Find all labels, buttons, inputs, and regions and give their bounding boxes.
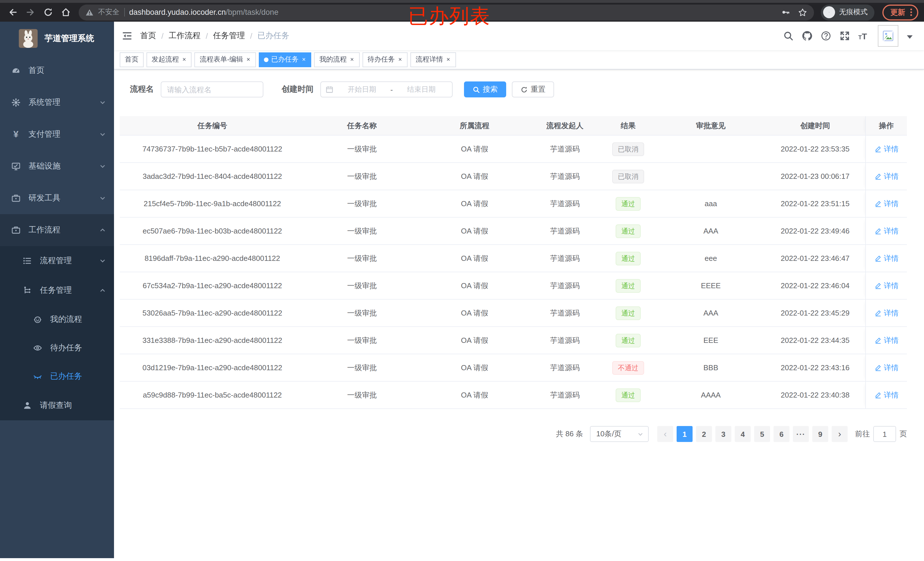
page-button-5[interactable]: 5	[754, 426, 770, 442]
breadcrumb-task-mgmt[interactable]: 任务管理	[213, 31, 245, 41]
result-cell: 通过	[600, 306, 657, 320]
collapse-sidebar-icon[interactable]	[122, 31, 132, 41]
not-secure-label[interactable]: 不安全	[98, 7, 119, 17]
browser-reload-icon[interactable]	[44, 7, 53, 17]
starter-cell: 芋道源码	[530, 226, 600, 236]
page-button-6[interactable]: 6	[774, 426, 789, 442]
browser-home-icon[interactable]	[61, 7, 70, 17]
tab-待办任务[interactable]: 待办任务×	[363, 52, 408, 67]
key-icon[interactable]	[782, 8, 790, 16]
detail-link[interactable]: 详情	[874, 171, 898, 181]
task-id-cell: 3adac3d2-7b9d-11ec-8404-acde48001122	[120, 172, 305, 181]
sidebar-item-system[interactable]: 系统管理	[0, 87, 114, 118]
sidebar-item-pay[interactable]: ¥ 支付管理	[0, 118, 114, 150]
breadcrumb-home[interactable]: 首页	[140, 31, 156, 41]
page-ellipsis[interactable]: ···	[793, 426, 809, 442]
browser-back-icon[interactable]	[8, 7, 18, 17]
actions-cell: 详情	[865, 354, 907, 381]
bookmark-star-icon[interactable]	[798, 8, 807, 17]
detail-link[interactable]: 详情	[874, 226, 898, 236]
table-row: a59c9d88-7b99-11ec-ba5c-acde48001122一级审批…	[120, 381, 907, 409]
browser-forward-icon[interactable]	[26, 7, 35, 17]
task-name-cell: 一级审批	[305, 308, 419, 318]
process-name-input[interactable]	[167, 85, 257, 94]
comment-cell: aaa	[657, 199, 765, 208]
close-tab-icon[interactable]: ×	[182, 56, 187, 63]
tab-我的流程[interactable]: 我的流程×	[314, 52, 360, 67]
search-button[interactable]: 搜索	[464, 81, 506, 97]
sidebar-item-my-process[interactable]: 我的流程	[0, 305, 114, 334]
page-size-select[interactable]: 10条/页	[590, 426, 649, 442]
github-icon[interactable]	[802, 31, 812, 41]
browser-menu-icon[interactable]	[910, 9, 912, 16]
page-button-1[interactable]: 1	[676, 426, 693, 442]
sidebar-item-todo-task[interactable]: 待办任务	[0, 334, 114, 362]
status-badge: 已取消	[612, 169, 644, 183]
close-tab-icon[interactable]: ×	[398, 56, 403, 63]
page-button-2[interactable]: 2	[696, 426, 712, 442]
search-icon[interactable]	[783, 31, 793, 41]
detail-link[interactable]: 详情	[874, 335, 898, 346]
close-tab-icon[interactable]: ×	[302, 56, 306, 63]
tab-label: 流程详情	[416, 55, 443, 64]
prev-page-button[interactable]: ‹	[657, 426, 673, 442]
start-date-placeholder[interactable]: 开始日期	[336, 85, 388, 94]
page-button-3[interactable]: 3	[716, 426, 731, 442]
chevron-down-icon[interactable]	[907, 35, 913, 39]
detail-link[interactable]: 详情	[874, 362, 898, 373]
sidebar-item-home[interactable]: 首页	[0, 55, 114, 87]
end-date-placeholder[interactable]: 结束日期	[395, 85, 447, 94]
table-row: 331e3388-7b9a-11ec-a290-acde48001122一级审批…	[120, 327, 907, 354]
tab-已办任务[interactable]: 已办任务×	[259, 52, 312, 67]
actions-cell: 详情	[865, 381, 907, 408]
detail-link[interactable]: 详情	[874, 280, 898, 291]
reset-button[interactable]: 重置	[512, 81, 554, 97]
comment-cell: AAA	[657, 227, 765, 235]
tab-流程表单-编辑[interactable]: 流程表单-编辑×	[195, 52, 256, 67]
close-tab-icon[interactable]: ×	[246, 56, 251, 63]
breadcrumb-workflow[interactable]: 工作流程	[169, 31, 201, 41]
chevron-down-icon	[99, 257, 106, 264]
fullscreen-icon[interactable]	[839, 31, 850, 41]
sidebar-item-leave-query[interactable]: 请假查询	[0, 391, 114, 420]
process-cell: OA 请假	[419, 390, 530, 400]
starter-cell: 芋道源码	[530, 335, 600, 346]
robot-face-icon	[33, 315, 42, 324]
task-id-cell: 03d1219e-7b9a-11ec-a290-acde48001122	[120, 364, 305, 372]
date-range-picker[interactable]: 开始日期 - 结束日期	[320, 81, 453, 97]
actions-cell: 详情	[865, 218, 907, 244]
page-button-9[interactable]: 9	[812, 426, 828, 442]
detail-link[interactable]: 详情	[874, 199, 898, 209]
sidebar-item-task-mgmt[interactable]: 任务管理	[0, 276, 114, 305]
page-button-4[interactable]: 4	[735, 426, 751, 442]
update-label: 更新	[890, 7, 905, 17]
sidebar-item-workflow[interactable]: 工作流程	[0, 214, 114, 246]
sidebar-item-done-task[interactable]: 已办任务	[0, 362, 114, 391]
close-tab-icon[interactable]: ×	[350, 56, 354, 63]
logo-row[interactable]: 芋道管理系统	[0, 22, 114, 55]
task-id-cell: ec507ae6-7b9a-11ec-b03b-acde48001122	[120, 227, 305, 235]
actions-cell: 详情	[865, 163, 907, 190]
tags-bar: 首页发起流程×流程表单-编辑×已办任务×我的流程×待办任务×流程详情×	[114, 50, 924, 69]
sidebar-item-infra[interactable]: 基础设施	[0, 150, 114, 182]
task-id-cell: 331e3388-7b9a-11ec-a290-acde48001122	[120, 336, 305, 344]
browser-update-button[interactable]: 更新	[882, 4, 918, 20]
sidebar-item-dev[interactable]: 研发工具	[0, 182, 114, 214]
goto-suffix: 页	[900, 429, 907, 439]
detail-link[interactable]: 详情	[874, 253, 898, 263]
goto-page-input[interactable]	[873, 426, 896, 442]
create-time-cell: 2022-01-23 00:06:17	[765, 172, 865, 181]
tab-流程详情[interactable]: 流程详情×	[410, 52, 456, 67]
detail-link[interactable]: 详情	[874, 308, 898, 318]
next-page-button[interactable]: ›	[832, 426, 848, 442]
sidebar-item-process-mgmt[interactable]: 流程管理	[0, 246, 114, 276]
font-size-icon[interactable]: TT	[858, 31, 867, 40]
detail-link[interactable]: 详情	[874, 390, 898, 400]
tab-首页[interactable]: 首页	[120, 52, 144, 67]
tab-发起流程[interactable]: 发起流程×	[147, 52, 192, 67]
help-icon[interactable]	[820, 31, 831, 41]
avatar[interactable]	[878, 25, 898, 47]
chevron-down-icon	[99, 195, 106, 202]
detail-link[interactable]: 详情	[874, 144, 898, 154]
close-tab-icon[interactable]: ×	[446, 56, 451, 63]
